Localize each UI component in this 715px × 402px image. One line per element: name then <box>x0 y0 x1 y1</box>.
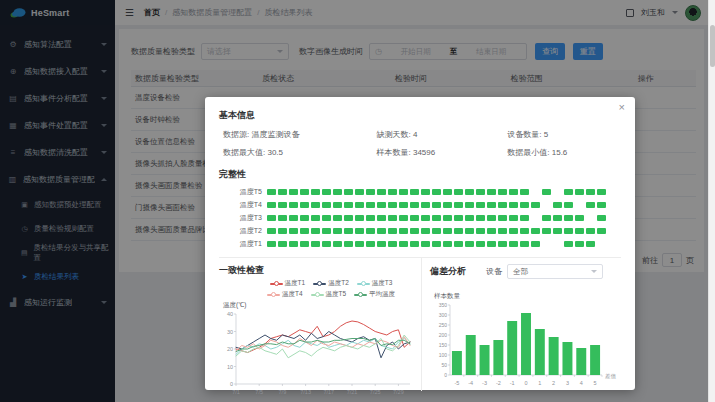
scrollbar[interactable] <box>708 0 715 402</box>
completeness-cell <box>421 215 430 221</box>
basic-info-field: 缺测天数: 4 <box>377 129 508 140</box>
completeness-row-label: 温度T4 <box>219 200 267 210</box>
completeness-cell <box>322 215 331 221</box>
completeness-cell <box>476 228 485 234</box>
field-label: 样本数量: <box>377 148 413 157</box>
completeness-cells <box>267 189 606 195</box>
completeness-cell <box>267 202 276 208</box>
completeness-cell <box>597 241 606 247</box>
completeness-cell <box>311 202 320 208</box>
svg-text:3: 3 <box>566 380 569 386</box>
legend-item[interactable]: 温度T1 <box>270 279 306 288</box>
field-label: 数据最大值: <box>223 148 267 157</box>
completeness-cells <box>267 202 606 208</box>
legend-item[interactable]: 温度T3 <box>357 279 393 288</box>
completeness-row: 温度T4 <box>219 200 621 210</box>
completeness-cell <box>322 228 331 234</box>
completeness-cell <box>300 189 309 195</box>
completeness-cell <box>443 202 452 208</box>
completeness-cell <box>542 189 551 195</box>
completeness-cell <box>575 189 584 195</box>
charts-section: 一致性检查 温度T1温度T2温度T3温度T4温度T5平均温度 温度(℃) 010… <box>219 257 621 391</box>
svg-text:差值: 差值 <box>605 373 617 379</box>
completeness-cell <box>278 215 287 221</box>
completeness-cell <box>498 189 507 195</box>
field-label: 设备数量: <box>507 130 543 139</box>
legend-label: 温度T2 <box>328 279 349 288</box>
legend-marker <box>267 291 280 298</box>
completeness-cell <box>443 228 452 234</box>
legend-label: 平均温度 <box>369 290 395 299</box>
completeness-cell <box>388 215 397 221</box>
chevron-down-icon <box>591 270 597 276</box>
completeness-cell <box>311 189 320 195</box>
completeness-cell <box>289 202 298 208</box>
completeness-cell <box>465 202 474 208</box>
completeness-cell <box>355 241 364 247</box>
completeness-cell <box>289 189 298 195</box>
completeness-cell <box>278 228 287 234</box>
completeness-cell <box>388 202 397 208</box>
device-select[interactable]: 全部 <box>507 264 603 279</box>
completeness-cell <box>520 202 529 208</box>
completeness-cell <box>410 228 419 234</box>
completeness-cell <box>586 189 595 195</box>
completeness-row-label: 温度T5 <box>219 187 267 197</box>
completeness-cell <box>311 241 320 247</box>
svg-text:300: 300 <box>439 312 448 318</box>
legend-marker <box>270 280 283 287</box>
svg-text:7/21: 7/21 <box>347 389 358 395</box>
deviation-bar-chart: 050100150200250300350-5-4-3-2-1012345差值 <box>430 301 622 387</box>
completeness-cell <box>311 228 320 234</box>
svg-text:150: 150 <box>439 342 448 348</box>
svg-text:-4: -4 <box>468 380 473 386</box>
completeness-cell <box>443 215 452 221</box>
close-icon[interactable]: × <box>619 102 625 113</box>
completeness-cell <box>344 202 353 208</box>
completeness-cell <box>553 228 562 234</box>
legend-item[interactable]: 温度T4 <box>267 290 303 299</box>
completeness-cell <box>333 228 342 234</box>
svg-text:100: 100 <box>439 352 448 358</box>
completeness-cell <box>300 215 309 221</box>
completeness-cell <box>542 228 551 234</box>
completeness-cell <box>575 241 584 247</box>
completeness-cell <box>421 189 430 195</box>
completeness-cell <box>531 215 540 221</box>
svg-text:20: 20 <box>227 346 233 352</box>
legend-item[interactable]: 平均温度 <box>354 290 395 299</box>
completeness-cell <box>465 228 474 234</box>
completeness-row: 温度T2 <box>219 226 621 236</box>
legend-item[interactable]: 温度T5 <box>311 290 347 299</box>
completeness-cell <box>553 189 562 195</box>
completeness-cell <box>465 215 474 221</box>
completeness-cell <box>520 215 529 221</box>
svg-text:1: 1 <box>538 380 541 386</box>
completeness-cell <box>333 189 342 195</box>
field-value: 30.5 <box>267 148 283 157</box>
field-label: 缺测天数: <box>377 130 413 139</box>
completeness-cell <box>465 241 474 247</box>
completeness-cell <box>366 202 375 208</box>
completeness-cells <box>267 215 606 221</box>
legend-marker <box>313 280 326 287</box>
device-select-value: 全部 <box>513 267 528 277</box>
completeness-cell <box>476 189 485 195</box>
scrollbar-thumb[interactable] <box>710 25 715 67</box>
svg-text:7/1: 7/1 <box>232 389 240 395</box>
completeness-cell <box>597 228 606 234</box>
completeness-cell <box>509 215 518 221</box>
svg-text:7/5: 7/5 <box>255 389 263 395</box>
completeness-cell <box>322 241 331 247</box>
completeness-cell <box>553 215 562 221</box>
completeness-cell <box>267 241 276 247</box>
completeness-cell <box>498 215 507 221</box>
legend-item[interactable]: 温度T2 <box>313 279 349 288</box>
svg-text:0: 0 <box>230 381 233 387</box>
field-value: 15.6 <box>552 148 568 157</box>
svg-text:2: 2 <box>552 380 555 386</box>
completeness-cell <box>443 189 452 195</box>
completeness-cell <box>388 241 397 247</box>
completeness-cell <box>366 228 375 234</box>
completeness-cell <box>322 189 331 195</box>
